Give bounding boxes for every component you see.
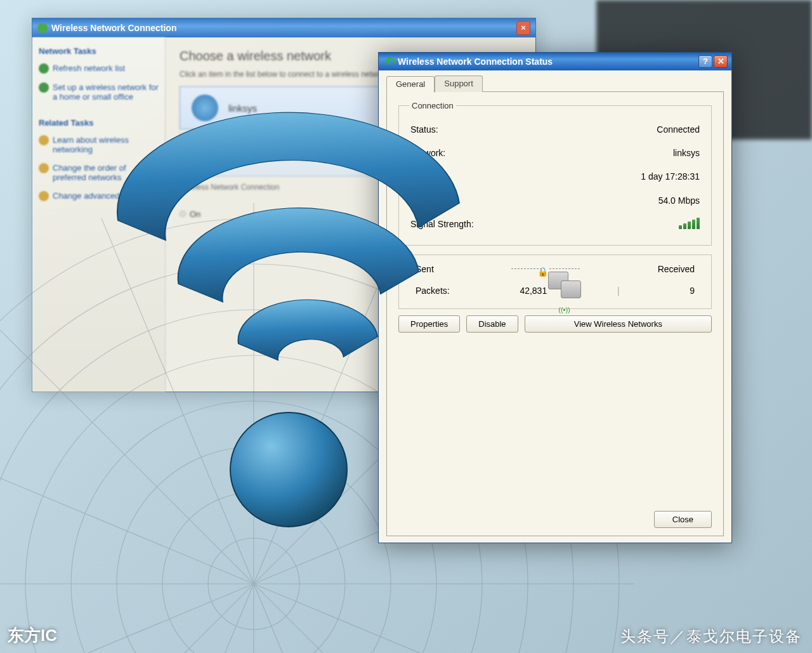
svg-point-0	[208, 538, 299, 630]
view-wireless-networks-button[interactable]: View Wireless Networks	[525, 315, 712, 333]
connection-status-window: Wireless Network Connection Status ? ✕ G…	[378, 52, 732, 543]
duration-value: 1 day 17:28:31	[641, 169, 700, 185]
antenna-icon	[37, 23, 48, 33]
task-learn[interactable]: Learn about wireless networking	[39, 133, 159, 157]
separator: |	[617, 286, 620, 296]
window-title: Wireless Network Connection	[51, 18, 176, 37]
radio-dot-icon	[180, 211, 186, 217]
connection-legend: Connection	[409, 101, 456, 110]
network-tasks-heading: Network Tasks	[39, 46, 159, 56]
info-icon	[39, 135, 49, 145]
svg-point-20	[230, 412, 347, 527]
speed-label: Speed:	[410, 193, 438, 209]
properties-button[interactable]: Properties	[398, 315, 460, 333]
related-tasks-heading: Related Tasks	[39, 118, 159, 128]
duration-label: Duration:	[410, 169, 447, 185]
wifi-icon	[192, 95, 218, 121]
lock-icon: 🔒	[537, 267, 548, 277]
status-value: Connected	[657, 122, 700, 138]
connection-group: Connection Status:Connected Network:link…	[398, 101, 712, 246]
speed-value: 54.0 Mbps	[658, 193, 700, 209]
refresh-icon	[39, 63, 49, 74]
packets-received-value: 9	[690, 286, 695, 296]
window-titlebar[interactable]: Wireless Network Connection ×	[32, 18, 535, 37]
tab-strip: General Support	[386, 76, 724, 92]
received-label: Received	[658, 264, 695, 274]
task-change-adv[interactable]: Change advanced settings	[39, 188, 159, 204]
network-value: linksys	[673, 145, 700, 161]
help-button[interactable]: ?	[698, 55, 712, 68]
setup-icon	[39, 82, 49, 93]
network-name-2	[228, 150, 231, 161]
gear-icon	[39, 191, 49, 201]
watermark-left: 东方IC	[8, 624, 57, 647]
close-dialog-button[interactable]: Close	[654, 511, 712, 528]
close-icon[interactable]: ×	[516, 21, 530, 35]
packets-sent-value: 42,831	[520, 286, 547, 296]
network-name: linksys	[228, 103, 257, 114]
status-label: Status:	[410, 122, 438, 138]
svg-line-13	[254, 584, 619, 653]
task-refresh[interactable]: Refresh network list	[39, 61, 159, 76]
activity-group: Sent 🔒 ((•)) Received Packets: 42,831 |	[398, 254, 712, 309]
status-window-title: Wireless Network Connection Status	[398, 53, 553, 70]
signal-strength-icon	[679, 216, 700, 229]
task-change-pref[interactable]: Change the order of preferred networks	[39, 161, 159, 185]
dash-line-icon	[549, 268, 580, 269]
svg-line-19	[254, 584, 406, 653]
star-icon	[39, 163, 49, 173]
close-button[interactable]: ✕	[714, 55, 728, 68]
packets-label: Packets:	[416, 286, 450, 296]
task-setup[interactable]: Set up a wireless network for a home or …	[39, 80, 159, 104]
action-button-row: Properties Disable View Wireless Network…	[398, 309, 712, 336]
network-label: Network:	[410, 145, 445, 161]
status-titlebar[interactable]: Wireless Network Connection Status ? ✕	[379, 53, 731, 70]
sent-label: Sent	[416, 264, 434, 274]
disable-button[interactable]: Disable	[466, 315, 518, 333]
svg-point-1	[162, 492, 345, 653]
wifi-icon	[192, 142, 218, 168]
antenna-icon	[384, 56, 394, 67]
svg-line-14	[0, 432, 254, 584]
svg-line-18	[102, 584, 254, 653]
tab-panel-general: Connection Status:Connected Network:link…	[386, 91, 724, 536]
signal-wave-icon: ((•))	[558, 306, 570, 313]
watermark-right: 头条号／泰戈尔电子设备	[620, 626, 802, 647]
signal-label: Signal Strength:	[410, 216, 474, 232]
svg-point-2	[117, 447, 391, 653]
sidebar: Network Tasks Refresh network list Set u…	[32, 37, 166, 392]
tab-support[interactable]: Support	[435, 76, 483, 92]
tab-general[interactable]: General	[386, 76, 435, 93]
